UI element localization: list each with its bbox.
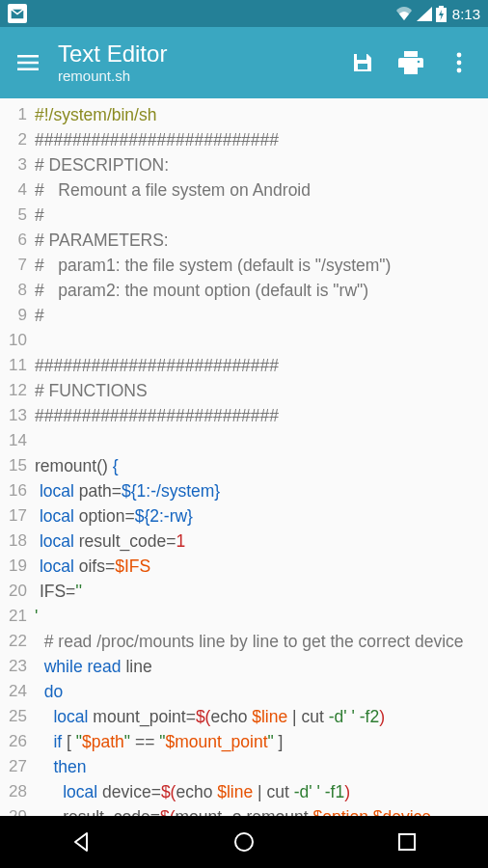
line-number: 24: [0, 679, 33, 704]
code-line: # param1: the file system (default is "/…: [35, 253, 482, 278]
code-line: IFS='': [35, 579, 482, 604]
svg-point-7: [457, 68, 462, 73]
wifi-icon: [395, 7, 413, 21]
svg-rect-2: [404, 51, 418, 57]
svg-rect-9: [399, 834, 415, 850]
status-bar: 8:13: [0, 0, 488, 27]
line-number: 26: [0, 729, 33, 754]
line-number: 29: [0, 804, 33, 816]
code-line: # read /proc/mounts line by line to get …: [35, 629, 482, 654]
line-number: 8: [0, 278, 33, 303]
code-content[interactable]: #!/system/bin/sh########################…: [33, 98, 488, 816]
svg-point-4: [418, 61, 420, 64]
code-line: local option=${2:-rw}: [35, 503, 482, 529]
code-line: local oifs=$IFS: [35, 554, 482, 579]
code-line: # param2: the mount option (default is "…: [35, 278, 482, 303]
line-number: 18: [0, 529, 33, 554]
line-number: 21: [0, 604, 33, 629]
line-number: 6: [0, 228, 33, 253]
svg-rect-3: [404, 65, 418, 74]
line-number: 10: [0, 328, 33, 353]
line-number: 13: [0, 403, 33, 428]
mail-notification-icon: [8, 4, 27, 23]
code-line: result_code=$(mount -o remount,$option $…: [35, 804, 482, 816]
line-number: 20: [0, 579, 33, 604]
line-number: 3: [0, 152, 33, 177]
nav-home-button[interactable]: [215, 823, 273, 861]
line-number: 4: [0, 177, 33, 203]
screen: 8:13 Text Editor remount.sh 123456789101…: [0, 0, 488, 868]
battery-charging-icon: [436, 6, 447, 22]
line-number: 23: [0, 654, 33, 679]
svg-rect-1: [358, 64, 367, 69]
code-line: local path=${1:-/system}: [35, 478, 482, 503]
line-number: 2: [0, 127, 33, 152]
code-line: remount() {: [35, 453, 482, 478]
home-icon: [232, 830, 256, 854]
line-number: 5: [0, 203, 33, 228]
navigation-bar: [0, 816, 488, 868]
line-number: 25: [0, 704, 33, 729]
code-line: ##########################: [35, 353, 482, 378]
line-number: 12: [0, 378, 33, 403]
code-line: while read line: [35, 654, 482, 679]
line-number: 22: [0, 629, 33, 654]
print-button[interactable]: [395, 47, 426, 78]
code-line: if [ "$path" == "$mount_point" ]: [35, 729, 482, 754]
app-title: Text Editor: [58, 41, 347, 66]
status-time: 8:13: [452, 6, 480, 22]
line-number: 17: [0, 503, 33, 529]
code-line: do: [35, 679, 482, 704]
code-line: # DESCRIPTION:: [35, 152, 482, 177]
app-bar: Text Editor remount.sh: [0, 27, 488, 98]
line-number: 1: [0, 102, 33, 127]
code-line: local device=$(echo $line | cut -d' ' -f…: [35, 779, 482, 804]
line-number: 27: [0, 754, 33, 779]
line-number: 14: [0, 428, 33, 453]
svg-point-6: [457, 61, 462, 66]
line-number: 19: [0, 554, 33, 579]
recents-icon: [396, 831, 418, 853]
line-number-gutter: 1234567891011121314151617181920212223242…: [0, 98, 33, 816]
code-editor[interactable]: 1234567891011121314151617181920212223242…: [0, 98, 488, 816]
save-icon: [351, 51, 374, 74]
menu-button[interactable]: [10, 44, 46, 81]
code-line: ##########################: [35, 127, 482, 152]
code-line: ##########################: [35, 403, 482, 428]
svg-rect-0: [357, 54, 366, 60]
line-number: 11: [0, 353, 33, 378]
line-number: 9: [0, 303, 33, 328]
code-line: # Remount a file system on Android: [35, 177, 482, 203]
code-line: #: [35, 203, 482, 228]
line-number: 7: [0, 253, 33, 278]
code-line: # FUNCTIONS: [35, 378, 482, 403]
svg-point-5: [457, 53, 462, 58]
overflow-menu-button[interactable]: [444, 47, 474, 78]
nav-recents-button[interactable]: [378, 823, 436, 861]
hamburger-icon: [17, 55, 39, 70]
line-number: 15: [0, 453, 33, 478]
code-line: # PARAMETERS:: [35, 228, 482, 253]
more-vert-icon: [456, 52, 462, 73]
code-line: ': [35, 604, 482, 629]
back-icon: [69, 830, 93, 854]
svg-point-8: [235, 833, 253, 851]
line-number: 28: [0, 779, 33, 804]
code-line: local mount_point=$(echo $line | cut -d'…: [35, 704, 482, 729]
code-line: local result_code=1: [35, 529, 482, 554]
code-line: then: [35, 754, 482, 779]
line-number: 16: [0, 478, 33, 503]
code-line: #!/system/bin/sh: [35, 102, 482, 127]
nav-back-button[interactable]: [52, 823, 110, 861]
cell-signal-icon: [417, 7, 432, 21]
app-subtitle: remount.sh: [58, 68, 347, 84]
save-button[interactable]: [347, 47, 378, 78]
print-icon: [398, 51, 423, 74]
code-line: [35, 428, 482, 453]
code-line: [35, 328, 482, 353]
code-line: #: [35, 303, 482, 328]
